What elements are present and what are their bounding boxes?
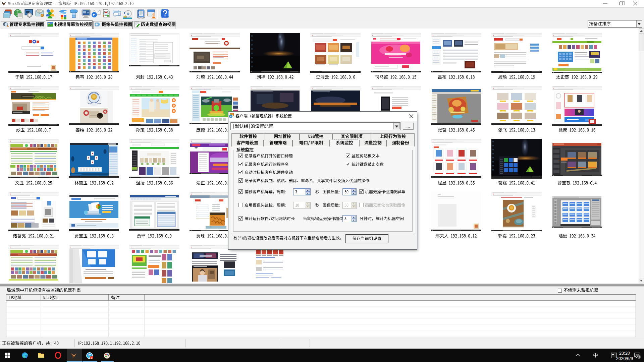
svg-text:1: 1 xyxy=(639,356,640,359)
svg-text:1: 1 xyxy=(91,357,92,359)
